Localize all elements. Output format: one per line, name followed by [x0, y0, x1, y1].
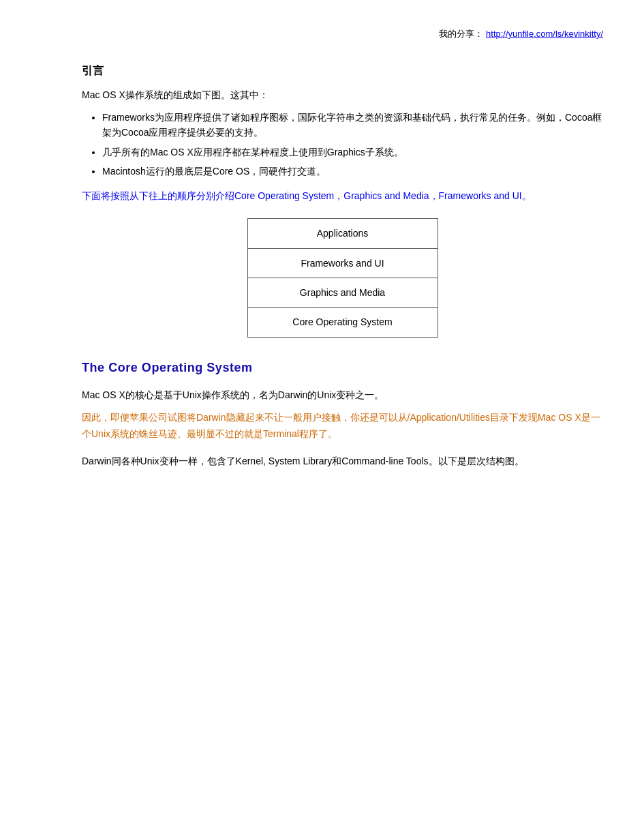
core-para1-black: Mac OS X的核心是基于Unix操作系统的，名为Darwin的Unix变种之…: [82, 387, 603, 404]
intro-title: 引言: [82, 62, 603, 80]
table-row: Graphics and Media: [247, 278, 438, 307]
architecture-diagram: Applications Frameworks and UI Graphics …: [82, 218, 603, 338]
intro-section: 引言 Mac OS X操作系统的组成如下图。这其中： Frameworks为应用…: [82, 62, 603, 205]
table-row: Frameworks and UI: [247, 248, 438, 278]
bullet-list: Frameworks为应用程序提供了诸如程序图标，国际化字符串之类的资源和基础代…: [102, 110, 603, 179]
list-item: Macintosh运行的最底层是Core OS，同硬件打交道。: [102, 164, 603, 179]
share-section: 我的分享： http://yunfile.com/ls/kevinkitty/: [82, 27, 603, 42]
diagram-cell-core-os: Core Operating System: [247, 308, 438, 337]
core-section: The Core Operating System Mac OS X的核心是基于…: [82, 358, 603, 470]
list-item: Frameworks为应用程序提供了诸如程序图标，国际化字符串之类的资源和基础代…: [102, 110, 603, 140]
list-item: 几乎所有的Mac OS X应用程序都在某种程度上使用到Graphics子系统。: [102, 145, 603, 160]
darwin-para: Darwin同各种Unix变种一样，包含了Kernel, System Libr…: [82, 453, 603, 470]
core-section-title: The Core Operating System: [82, 358, 603, 378]
diagram-cell-frameworks: Frameworks and UI: [247, 248, 438, 278]
intro-paragraph1: Mac OS X操作系统的组成如下图。这其中：: [82, 87, 603, 102]
share-link[interactable]: http://yunfile.com/ls/kevinkitty/: [486, 29, 603, 39]
share-label: 我的分享：: [439, 29, 483, 39]
table-row: Applications: [247, 219, 438, 248]
diagram-cell-applications: Applications: [247, 219, 438, 248]
blue-paragraph: 下面将按照从下往上的顺序分别介绍Core Operating System，Gr…: [82, 188, 603, 205]
table-row: Core Operating System: [247, 308, 438, 337]
core-para1-orange: 因此，即便苹果公司试图将Darwin隐藏起来不让一般用户接触，你还是可以从/Ap…: [82, 410, 603, 443]
diagram-cell-graphics: Graphics and Media: [247, 278, 438, 307]
diagram-table: Applications Frameworks and UI Graphics …: [247, 218, 438, 338]
